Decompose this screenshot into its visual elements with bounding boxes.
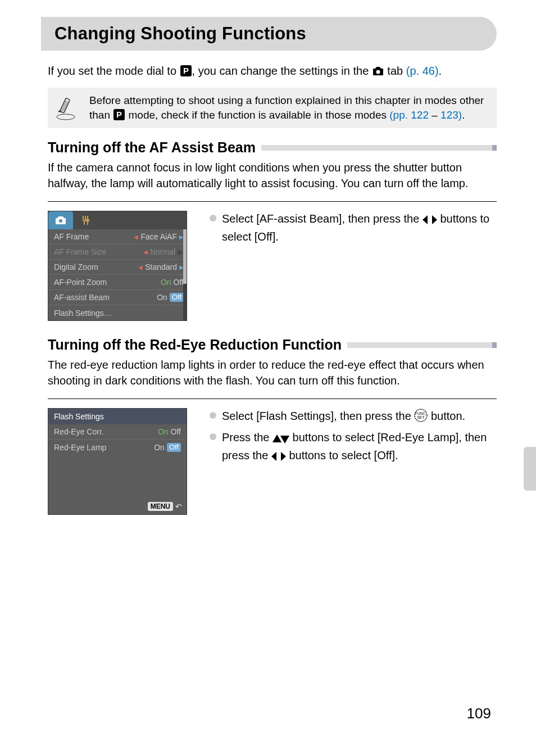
- left-arrow-icon: ◀: [143, 249, 148, 255]
- svg-line-6: [62, 101, 67, 111]
- instr-text: Press the: [222, 431, 272, 443]
- instr-text: buttons to select [Off].: [289, 449, 398, 461]
- lcd-tabs: [48, 211, 187, 229]
- menu-row-af-frame-size: AF Frame Size ◀Normal▶: [48, 245, 187, 260]
- svg-point-10: [59, 219, 62, 223]
- intro-text-a: If you set the mode dial to: [48, 65, 180, 77]
- bullet-line: Select [AF-assist Beam], then press the …: [210, 211, 497, 245]
- section-2-content: Flash Settings Red-Eye Corr. OnOff Red-E…: [48, 399, 497, 515]
- page-title: Changing Shooting Functions: [54, 24, 483, 44]
- note-box: Before attempting to shoot using a funct…: [48, 88, 497, 128]
- menu-row-af-point-zoom: AF-Point Zoom OnOff: [48, 275, 187, 290]
- menu-label: AF Frame: [54, 232, 89, 241]
- svg-point-3: [57, 114, 75, 120]
- menu-label: Red-Eye Corr.: [54, 427, 104, 436]
- menu-value: Face AiAF: [140, 232, 177, 241]
- section-2-heading-row: Turning off the Red-Eye Reduction Functi…: [48, 337, 497, 353]
- p-mode-icon: P: [180, 65, 192, 77]
- svg-text:P: P: [183, 66, 189, 75]
- intro-text-c: tab: [384, 65, 406, 77]
- flash-settings-title: Flash Settings: [48, 409, 187, 424]
- on-label: On: [154, 443, 165, 452]
- tools-tab-icon: [73, 211, 98, 229]
- return-icon: ↶: [175, 502, 182, 511]
- page-title-bar: Changing Shooting Functions: [41, 17, 497, 51]
- intro-text-b: , you can change the settings in the: [192, 65, 372, 77]
- left-arrow-icon: ◀: [134, 234, 138, 240]
- note-dash: –: [429, 109, 440, 121]
- svg-point-2: [376, 70, 380, 74]
- section-2-heading: Turning off the Red-Eye Reduction Functi…: [48, 337, 342, 353]
- section-2-instructions: Select [Flash Settings], then press the …: [210, 408, 497, 515]
- heading-bar-1: [261, 145, 497, 151]
- menu-back: MENU ↶: [148, 502, 182, 511]
- note-b: mode, check if the function is available…: [125, 109, 389, 121]
- bullet-icon: [210, 215, 216, 221]
- svg-text:SET: SET: [417, 415, 425, 419]
- menu-row-red-eye-lamp: Red-Eye Lamp OnOff: [48, 440, 187, 455]
- section-1-heading: Turning off the AF Assist Beam: [48, 139, 256, 156]
- page-ref-122[interactable]: (pp. 122: [389, 109, 429, 121]
- menu-row-af-frame: AF Frame ◀Face AiAF▶: [48, 229, 187, 245]
- func-set-button-icon: FUNC.SET: [414, 412, 431, 424]
- on-label: On: [157, 293, 167, 302]
- heading-bar-2: [347, 342, 497, 348]
- menu-row-af-assist-beam: AF-assist Beam OnOff: [48, 290, 187, 305]
- page-ref-46[interactable]: (p. 46): [406, 65, 439, 77]
- section-1-body: If the camera cannot focus in low light …: [48, 160, 497, 191]
- p-mode-icon-2: P: [113, 109, 125, 121]
- menu-button-label: MENU: [148, 502, 173, 511]
- left-arrow-icon: ◀: [138, 264, 143, 270]
- lcd-rows: AF Frame ◀Face AiAF▶ AF Frame Size ◀Norm…: [48, 229, 187, 320]
- up-down-arrows-icon: [272, 433, 293, 446]
- menu-row-red-eye-corr: Red-Eye Corr. OnOff: [48, 424, 187, 440]
- side-thumb-tab: [524, 447, 536, 491]
- svg-text:FUNC.: FUNC.: [415, 411, 426, 415]
- bullet-line: Press the buttons to select [Red-Eye Lam…: [210, 429, 497, 465]
- menu-row-digital-zoom: Digital Zoom ◀Standard▶: [48, 260, 187, 275]
- instr-text: Select [AF-assist Beam], then press the: [222, 212, 423, 225]
- bullet-icon: [210, 412, 216, 419]
- section-2-body: The red-eye reduction lamp lights in ord…: [48, 357, 497, 388]
- page-ref-123[interactable]: 123): [440, 109, 462, 121]
- intro-paragraph: If you set the mode dial to P , you can …: [48, 63, 497, 79]
- on-label: On: [158, 427, 169, 436]
- svg-text:P: P: [116, 110, 122, 119]
- off-label: Off: [174, 278, 184, 287]
- note-c: .: [462, 109, 465, 121]
- instr-text: Select [Flash Settings], then press the: [222, 410, 414, 422]
- menu-label: Digital Zoom: [54, 262, 98, 271]
- menu-label: AF-assist Beam: [54, 293, 110, 302]
- left-right-arrows-icon: [271, 451, 289, 464]
- lcd-scrollbar-thumb: [183, 229, 187, 284]
- off-selected: Off: [167, 443, 181, 452]
- section-1-content: AF Frame ◀Face AiAF▶ AF Frame Size ◀Norm…: [48, 201, 497, 321]
- off-label: Off: [171, 427, 181, 436]
- camera-tab-icon: [372, 65, 384, 77]
- menu-value: Normal: [150, 247, 175, 256]
- menu-label: Red-Eye Lamp: [54, 443, 106, 452]
- camera-tab-icon-active: [48, 211, 73, 229]
- camera-menu-screenshot-1: AF Frame ◀Face AiAF▶ AF Frame Size ◀Norm…: [48, 211, 187, 321]
- instr-text: button.: [431, 410, 465, 422]
- left-right-arrows-icon: [423, 215, 440, 227]
- menu-row-flash-settings: Flash Settings…: [48, 305, 187, 320]
- camera-menu-screenshot-2: Flash Settings Red-Eye Corr. OnOff Red-E…: [48, 408, 187, 515]
- menu-value: Standard: [145, 262, 177, 271]
- section-1-heading-row: Turning off the AF Assist Beam: [48, 139, 497, 156]
- off-selected: Off: [170, 293, 184, 302]
- intro-text-d: .: [439, 65, 442, 77]
- section-1-instructions: Select [AF-assist Beam], then press the …: [210, 211, 497, 321]
- bullet-icon: [210, 433, 216, 440]
- note-text: Before attempting to shoot using a funct…: [89, 93, 489, 122]
- page-number: 109: [467, 705, 491, 722]
- menu-label: AF-Point Zoom: [54, 278, 107, 287]
- menu-label: Flash Settings…: [54, 309, 112, 318]
- bullet-line: Select [Flash Settings], then press the …: [210, 408, 497, 426]
- on-label: On: [161, 278, 171, 287]
- pencil-note-icon: [52, 96, 79, 123]
- menu-label: AF Frame Size: [54, 247, 106, 256]
